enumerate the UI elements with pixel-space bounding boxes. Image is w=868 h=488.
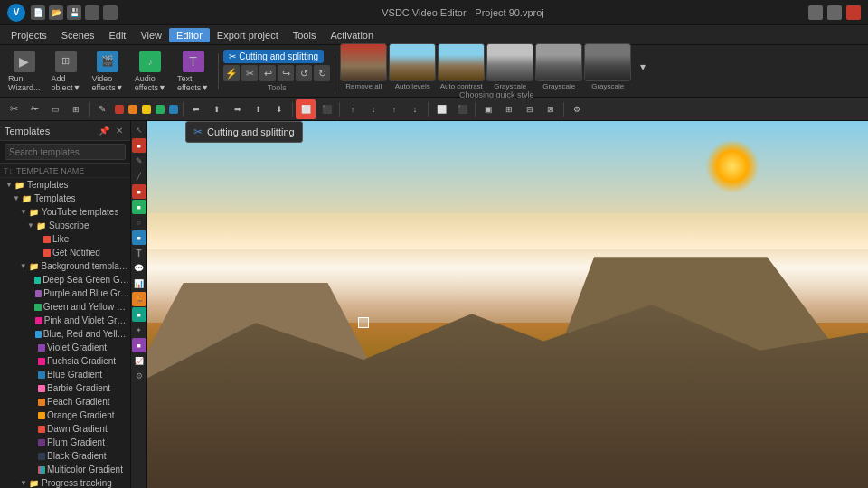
qs-grayscale1-button[interactable]	[486, 43, 533, 81]
tree-item-templates[interactable]: ▼ 📁 Templates	[0, 192, 130, 205]
open-file-icon[interactable]: 📂	[49, 5, 63, 20]
tree-item-black[interactable]: Black Gradient	[0, 449, 130, 463]
trim-tool[interactable]: ▭	[45, 99, 65, 119]
search-input[interactable]	[5, 144, 126, 160]
vtool-blue[interactable]: ■	[132, 230, 146, 245]
move-left-tool[interactable]: ↑	[384, 99, 404, 119]
layer-tool[interactable]: ⬜	[431, 99, 451, 119]
tree-item-getnotified[interactable]: Get Notified	[0, 246, 130, 259]
tree-item-youtube[interactable]: ▼ 📁 YouTube templates	[0, 205, 130, 219]
tool-btn-3[interactable]: ↩	[259, 65, 276, 81]
settings-tool[interactable]: ⚙	[567, 99, 587, 119]
undo-icon[interactable]	[103, 5, 118, 20]
video-effects-button[interactable]: 🎬 Videoeffects▼	[87, 48, 127, 95]
tree-item-multicolor[interactable]: Multicolor Gradient	[0, 463, 130, 476]
qs-contrast-button[interactable]	[438, 43, 485, 81]
zoom-tool[interactable]: ⬛	[316, 99, 336, 119]
tree-item-progress[interactable]: ▼ 📁 Progress tracking	[0, 476, 130, 488]
save-icon[interactable]: 💾	[67, 5, 81, 20]
snap-tool[interactable]: ⊟	[520, 99, 540, 119]
run-wizard-button[interactable]: ▶ RunWizard...	[4, 48, 45, 95]
tree-item-subscribe[interactable]: ▼ 📁 Subscribe	[0, 219, 130, 232]
vtool-settings2[interactable]: ⚙	[132, 369, 146, 383]
tree-item-blueredyellow[interactable]: Blue, Red and Yellow ...	[0, 327, 130, 341]
text-effects-button[interactable]: T Texteffects▼	[173, 48, 213, 95]
align-center-tool[interactable]: ⬆	[207, 99, 227, 119]
menu-export[interactable]: Export project	[210, 28, 286, 42]
magnet-tool[interactable]: ⊠	[541, 99, 561, 119]
vtool-stats[interactable]: 📈	[132, 353, 146, 368]
maximize-button[interactable]	[827, 5, 842, 20]
tree-item-peach[interactable]: Peach Gradient	[0, 395, 130, 408]
tool-btn-4[interactable]: ↪	[278, 65, 294, 81]
vtool-circle[interactable]: ○	[132, 215, 146, 230]
menu-edit[interactable]: Edit	[101, 28, 133, 42]
qs-autolevels-button[interactable]	[389, 43, 436, 81]
tree-item-dawn[interactable]: Dawn Gradient	[0, 422, 130, 436]
qs-grayscale3-button[interactable]	[584, 43, 631, 81]
new-file-icon[interactable]: 📄	[31, 5, 45, 20]
move-down-tool[interactable]: ↓	[363, 99, 383, 119]
align-bottom-tool[interactable]: ⬇	[269, 99, 289, 119]
tool-btn-5[interactable]: ↺	[296, 65, 312, 81]
split-tool[interactable]: ⊞	[66, 99, 86, 119]
canvas-area[interactable]	[147, 121, 868, 488]
vtool-text[interactable]: T	[132, 246, 146, 260]
color-tool-red[interactable]	[115, 105, 124, 114]
color-tool-yellow[interactable]	[142, 105, 151, 114]
cutting-splitting-active[interactable]: ✂ Cutting and splitting	[223, 50, 324, 63]
tree-item-deepsea[interactable]: Deep Sea Green Grad...	[0, 273, 130, 286]
tree-item-greenyellow[interactable]: Green and Yellow Gra...	[0, 300, 130, 314]
vtool-red[interactable]: ■	[132, 138, 146, 153]
vtool-chart[interactable]: 📊	[132, 277, 146, 291]
tree-item-pinkviolet[interactable]: Pink and Violet Gradi...	[0, 314, 130, 327]
screen-tool[interactable]: ▣	[478, 99, 498, 119]
menu-projects[interactable]: Projects	[4, 28, 54, 42]
tree-container[interactable]: ▼ 📁 Templates ▼ 📁 Templates ▼ 📁 YouTube …	[0, 178, 130, 488]
save-as-icon[interactable]	[85, 5, 99, 20]
tree-item-root[interactable]: ▼ 📁 Templates	[0, 178, 130, 192]
audio-effects-button[interactable]: ♪ Audioeffects▼	[130, 48, 171, 95]
add-object-button[interactable]: ⊞ Addobject▼	[47, 48, 86, 95]
qs-grayscale2-button[interactable]	[535, 43, 582, 81]
tree-item-plum[interactable]: Plum Gradient	[0, 436, 130, 449]
align-left-tool[interactable]: ⬅	[186, 99, 206, 119]
quick-styles-more-button[interactable]: ▾	[633, 57, 653, 77]
tree-item-blue-grad[interactable]: Blue Gradient	[0, 368, 130, 381]
menu-editor[interactable]: Editor	[169, 28, 210, 42]
draw-tool[interactable]: ✎	[92, 99, 112, 119]
vtool-speech[interactable]: 💬	[132, 261, 146, 276]
move-right-tool[interactable]: ↓	[405, 99, 425, 119]
qs-remove-button[interactable]	[340, 43, 387, 81]
vtool-arrow[interactable]: ↖	[132, 123, 146, 137]
menu-activation[interactable]: Activation	[323, 28, 381, 42]
tree-item-violet[interactable]: Violet Gradient	[0, 341, 130, 354]
menu-scenes[interactable]: Scenes	[54, 28, 102, 42]
tool-btn-2[interactable]: ✂	[241, 65, 258, 81]
menu-view[interactable]: View	[133, 28, 169, 42]
cut-tool[interactable]: ✁	[24, 99, 44, 119]
vtool-orange[interactable]: 🏃	[132, 292, 146, 306]
vtool-purple[interactable]: ■	[132, 338, 146, 352]
align-top-tool[interactable]: ⬆	[249, 99, 269, 119]
minimize-button[interactable]	[808, 5, 823, 20]
tree-item-bg-templates[interactable]: ▼ 📁 Background templates	[0, 259, 130, 273]
color-tool-orange[interactable]	[128, 105, 137, 114]
close-button[interactable]	[846, 5, 861, 20]
panel-pin-button[interactable]: 📌	[98, 125, 110, 137]
color-tool-green[interactable]	[156, 105, 165, 114]
mask-tool[interactable]: ⬛	[452, 99, 472, 119]
tool-btn-1[interactable]: ⚡	[223, 65, 240, 81]
vtool-green[interactable]: ■	[132, 200, 146, 214]
tool-btn-6[interactable]: ↻	[314, 65, 330, 81]
grid-tool[interactable]: ⊞	[499, 99, 519, 119]
menu-tools[interactable]: Tools	[286, 28, 324, 42]
vtool-red2[interactable]: ■	[132, 184, 146, 199]
tree-item-like[interactable]: Like	[0, 232, 130, 246]
tree-item-orange[interactable]: Orange Gradient	[0, 408, 130, 422]
selection-handle[interactable]	[358, 317, 369, 328]
vtool-line[interactable]: ╱	[132, 169, 146, 183]
tree-item-purpleblue[interactable]: Purple and Blue Grad...	[0, 286, 130, 300]
tree-item-fuchsia[interactable]: Fuchsia Gradient	[0, 354, 130, 368]
align-right-tool[interactable]: ➡	[228, 99, 248, 119]
